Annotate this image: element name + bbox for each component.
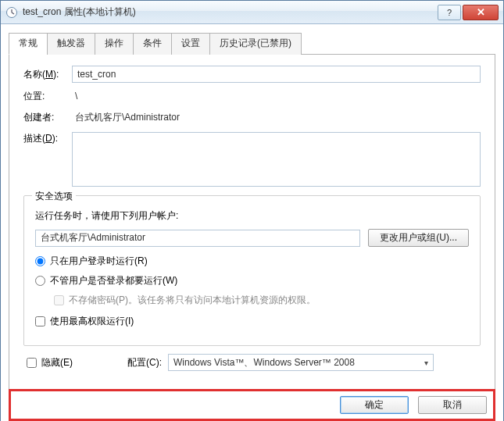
radio-logged-on-label: 只在用户登录时运行(R) — [50, 255, 148, 268]
window-title: test_cron 属性(本地计算机) — [23, 5, 438, 19]
radio-always[interactable]: 不管用户是否登录都要运行(W) — [35, 274, 469, 287]
highlight-box: 确定 取消 — [9, 389, 495, 421]
footer-row: 隐藏(E) 配置(C): Windows Vista™、Windows Serv… — [23, 346, 481, 379]
tab-conditions[interactable]: 条件 — [133, 33, 172, 55]
tab-strip: 常规 触发器 操作 条件 设置 历史记录(已禁用) — [9, 32, 495, 55]
radio-always-label: 不管用户是否登录都要运行(W) — [50, 274, 177, 287]
creator-value: 台式机客厅\Administrator — [72, 109, 481, 126]
radio-logged-on[interactable]: 只在用户登录时运行(R) — [35, 255, 469, 268]
help-button[interactable]: ? — [438, 5, 461, 20]
name-input[interactable] — [72, 66, 481, 83]
row-creator: 创建者: 台式机客厅\Administrator — [23, 109, 481, 126]
run-as-label: 运行任务时，请使用下列用户帐户: — [35, 209, 469, 223]
row-location: 位置: \ — [23, 89, 481, 103]
creator-label: 创建者: — [23, 111, 72, 124]
tab-settings[interactable]: 设置 — [171, 33, 210, 55]
close-button[interactable]: ✕ — [463, 5, 499, 20]
config-select[interactable]: Windows Vista™、Windows Server™ 2008 ▾ — [168, 354, 434, 371]
highest-priv-label: 使用最高权限运行(I) — [50, 315, 134, 328]
name-label: 名称(M): — [23, 68, 72, 81]
checkbox-highest-priv[interactable]: 使用最高权限运行(I) — [35, 315, 469, 328]
security-legend: 安全选项 — [32, 190, 76, 203]
row-name: 名称(M): — [23, 66, 481, 83]
radio-always-input[interactable] — [35, 276, 45, 286]
chevron-down-icon: ▾ — [424, 359, 428, 367]
tab-triggers[interactable]: 触发器 — [47, 33, 95, 55]
checkbox-no-store-password-input — [54, 295, 64, 305]
tab-history[interactable]: 历史记录(已禁用) — [209, 33, 302, 55]
account-input — [35, 230, 360, 247]
location-label: 位置: — [23, 90, 72, 103]
tab-general[interactable]: 常规 — [9, 33, 48, 55]
checkbox-hidden-input[interactable] — [27, 358, 37, 368]
dialog-window: test_cron 属性(本地计算机) ? ✕ 常规 触发器 操作 条件 设置 … — [0, 0, 504, 421]
titlebar-buttons: ? ✕ — [438, 5, 499, 20]
radio-logged-on-input[interactable] — [35, 256, 45, 266]
clock-icon — [5, 6, 18, 19]
checkbox-no-store-password: 不存储密码(P)。该任务将只有访问本地计算机资源的权限。 — [54, 294, 469, 307]
location-value: \ — [72, 89, 481, 103]
hidden-label: 隐藏(E) — [41, 356, 73, 369]
dialog-buttons: 确定 取消 — [11, 391, 493, 416]
description-textarea[interactable] — [72, 132, 481, 187]
description-label: 描述(D): — [23, 132, 72, 145]
config-value: Windows Vista™、Windows Server™ 2008 — [173, 356, 355, 369]
config-row: 配置(C): Windows Vista™、Windows Server™ 20… — [127, 354, 477, 371]
client-area: 常规 触发器 操作 条件 设置 历史记录(已禁用) 名称(M): 位置: \ 创… — [1, 24, 503, 421]
config-label: 配置(C): — [127, 356, 162, 369]
tab-panel-general: 名称(M): 位置: \ 创建者: 台式机客厅\Administrator 描述… — [9, 55, 495, 391]
tab-actions[interactable]: 操作 — [95, 33, 134, 55]
ok-button[interactable]: 确定 — [340, 396, 409, 414]
checkbox-highest-priv-input[interactable] — [35, 316, 45, 326]
cancel-button[interactable]: 取消 — [418, 396, 487, 414]
account-row: 更改用户或组(U)... — [35, 229, 469, 247]
no-store-password-label: 不存储密码(P)。该任务将只有访问本地计算机资源的权限。 — [69, 294, 316, 307]
security-group: 安全选项 运行任务时，请使用下列用户帐户: 更改用户或组(U)... 只在用户登… — [23, 195, 481, 346]
row-description: 描述(D): — [23, 132, 481, 189]
checkbox-hidden[interactable]: 隐藏(E) — [27, 356, 73, 369]
titlebar: test_cron 属性(本地计算机) ? ✕ — [1, 1, 503, 24]
change-user-button[interactable]: 更改用户或组(U)... — [368, 229, 469, 247]
